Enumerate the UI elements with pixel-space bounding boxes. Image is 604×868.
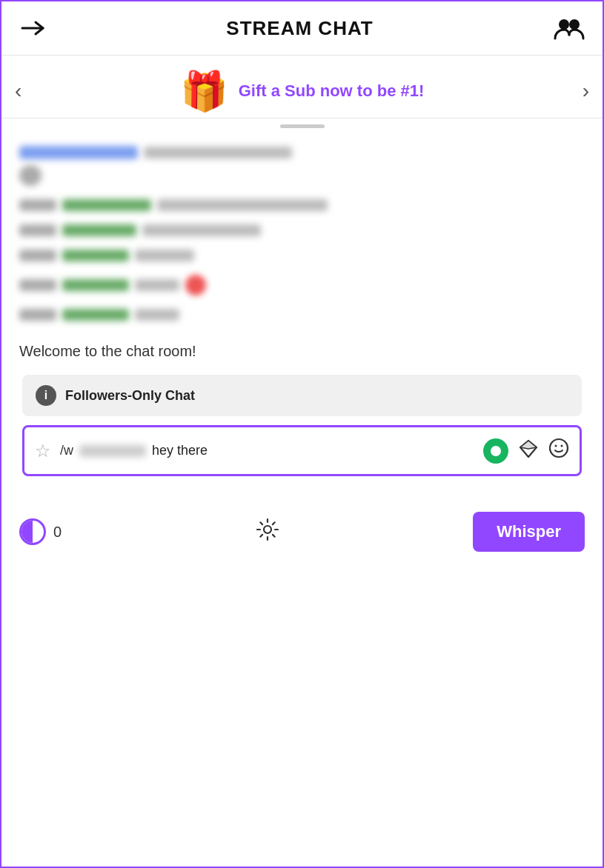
banner-next-button[interactable]: ›	[583, 79, 589, 103]
input-text[interactable]: hey there	[152, 443, 208, 458]
emote-icon[interactable]	[548, 438, 569, 464]
gift-icon: 🎁	[180, 72, 228, 110]
header: STREAM CHAT	[1, 1, 603, 56]
command-text: /w	[60, 443, 73, 458]
table-row	[19, 309, 585, 321]
followers-only-bar: i Followers-Only Chat	[22, 375, 582, 416]
table-row	[19, 250, 585, 261]
svg-marker-4	[520, 441, 537, 449]
table-row	[19, 146, 585, 186]
table-row	[19, 224, 585, 236]
svg-point-1	[559, 19, 569, 30]
svg-point-8	[264, 526, 271, 533]
svg-point-5	[550, 439, 568, 457]
users-button[interactable]	[554, 15, 585, 41]
timer-icon	[19, 518, 46, 545]
gear-icon	[256, 518, 279, 547]
chat-area: Welcome to the chat room! i Followers-On…	[1, 131, 603, 500]
page-title: STREAM CHAT	[226, 17, 373, 40]
table-row	[19, 275, 585, 296]
svg-point-6	[555, 445, 557, 447]
status-icon	[483, 438, 508, 464]
drag-bar	[280, 124, 325, 128]
banner-content: 🎁 Gift a Sub now to be #1!	[180, 72, 425, 110]
banner-prev-button[interactable]: ‹	[15, 79, 21, 103]
star-icon[interactable]: ☆	[35, 441, 51, 461]
banner-text: Gift a Sub now to be #1!	[239, 81, 425, 101]
drag-handle	[1, 118, 603, 131]
svg-point-7	[561, 445, 563, 447]
cheers-icon[interactable]	[519, 439, 538, 463]
input-icons	[483, 438, 569, 464]
expand-button[interactable]	[19, 15, 46, 41]
chat-input-inner: /w hey there	[60, 443, 474, 458]
banner: ‹ 🎁 Gift a Sub now to be #1! ›	[1, 56, 603, 131]
timer-count: 0	[53, 524, 62, 541]
blurred-username	[79, 445, 146, 457]
chat-messages	[19, 146, 585, 321]
timer-section: 0	[19, 518, 62, 545]
settings-button[interactable]	[256, 518, 279, 547]
table-row	[19, 199, 585, 211]
svg-point-2	[569, 19, 580, 30]
chat-input-box[interactable]: ☆ /w hey there	[22, 425, 582, 476]
followers-only-label: Followers-Only Chat	[65, 388, 195, 404]
info-icon: i	[36, 385, 56, 406]
whisper-button[interactable]: Whisper	[473, 512, 585, 552]
welcome-message: Welcome to the chat room!	[19, 335, 585, 375]
bottom-bar: 0 Whisper	[1, 500, 603, 567]
